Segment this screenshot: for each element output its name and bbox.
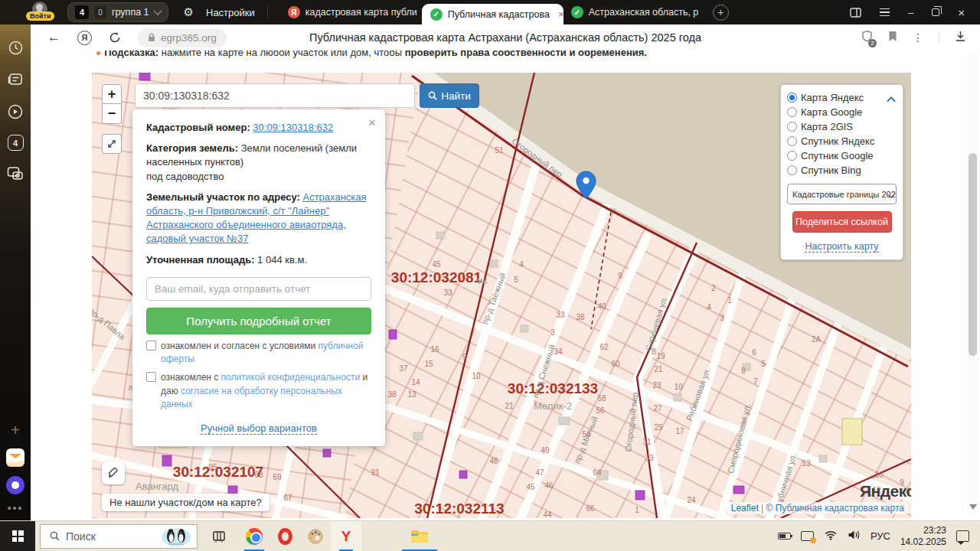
new-tab-button[interactable]: + [713,5,729,21]
cadastral-map[interactable]: 30:12:03208130:12:03213330:12:03210730:1… [92,73,911,518]
restore-icon[interactable] [932,8,939,16]
tab-public-cadastral-map[interactable]: ✓ Публичная кадастрова × [422,4,564,24]
url-host: egrp365.org [161,32,217,44]
get-report-button[interactable]: Получить подробный отчет [146,308,371,334]
collapse-panel-icon[interactable] [887,92,896,106]
privacy-checkbox[interactable] [146,372,156,382]
offer-checkbox[interactable] [146,341,156,350]
layer-option[interactable]: Спутник Яндекс [787,134,897,148]
video-icon[interactable] [6,103,24,121]
radio-icon[interactable] [787,122,797,132]
tab-cadastral-search[interactable]: Я кадастровая карта публи [280,6,422,18]
tab-astrakhan-region[interactable]: ✓ Астраханская область, р [564,6,705,18]
start-button[interactable] [0,521,35,551]
task-view-button[interactable] [204,521,234,551]
notification-center-icon[interactable] [956,530,969,542]
download-icon[interactable] [955,31,966,45]
address-bar: ← Я egrp365.org Публичная кадастровая ка… [31,24,980,51]
layer-options: Карта ЯндексКарта GoogleКарта 2GISСпутни… [787,90,897,178]
layer-option[interactable]: Карта 2GIS [787,119,897,134]
cadastral-number-link[interactable]: 30:09:130318:632 [253,122,333,133]
gear-icon[interactable]: ⚙ [184,5,194,19]
page-scrollbar[interactable] [967,51,978,514]
yandex-browser-icon[interactable]: Y [331,521,361,551]
leaflet-link[interactable]: Leaflet [731,503,759,514]
tab-count-badge: 4 [75,5,89,19]
share-link-button[interactable]: Поделиться ссылкой [792,211,892,233]
opera-icon[interactable] [270,521,300,551]
close-window-icon[interactable]: × [958,6,965,19]
protect-icon[interactable]: 2 [861,30,873,45]
more-icon[interactable]: ⋮ [913,31,923,44]
battery-icon[interactable] [778,533,791,540]
privacy-policy-link[interactable]: политикой конфиденциальности [221,372,360,383]
scrollbar-down-arrow[interactable] [969,504,977,510]
taskbar-search-placeholder: Поиск [66,530,154,543]
taskbar-search[interactable]: Поиск [40,524,198,549]
manual-selection-link[interactable]: Ручной выбор вариантов [201,422,317,435]
borders-select[interactable]: Кадастровые границы 2025 [787,184,897,204]
radio-icon[interactable] [787,107,797,117]
cadastral-search-input[interactable] [135,83,415,108]
copyright-link[interactable]: © Публичная кадастровая карта [766,503,904,514]
side-panel-icon[interactable] [850,7,861,18]
sidebar-more-icon[interactable]: ••• [8,502,24,514]
url-field[interactable]: egrp365.org [138,28,227,47]
find-button[interactable]: Найти [420,83,479,108]
tab-group-selector[interactable]: 4 0 группа 1 [67,2,168,22]
history-icon[interactable] [6,38,24,57]
popup-close-icon[interactable]: × [368,116,376,131]
zoom-in-button[interactable]: + [102,84,122,104]
layer-option[interactable]: Спутник Google [787,148,897,163]
taskbar-clock[interactable]: 23:23 14.02.2025 [900,525,946,548]
divider [939,31,939,44]
cadastral-search-bar: Найти [135,83,479,108]
tab-group-name: группа 1 [112,7,149,18]
scrollbar-thumb[interactable] [969,153,977,356]
fullscreen-button[interactable] [102,134,122,154]
back-icon[interactable]: ← [47,30,60,45]
display-icon[interactable] [801,531,814,541]
measure-tool-button[interactable] [102,461,125,484]
personal-data-link[interactable]: согласие на обработку персональных данны… [161,386,342,409]
not-found-tooltip[interactable]: Не нашли участок/дом на карте? [102,494,270,511]
file-explorer-icon[interactable] [404,521,435,551]
volume-icon[interactable] [848,530,861,543]
yandex-logo: Яндекс [860,482,911,500]
configure-map-link[interactable]: Настроить карту [805,241,878,253]
menu-icon[interactable] [880,8,890,17]
refresh-icon[interactable] [109,31,121,44]
radio-icon[interactable] [787,165,797,175]
layer-option-label: Спутник Яндекс [801,135,874,147]
alice-assistant-icon[interactable] [6,476,24,494]
feed-icon[interactable] [6,70,24,89]
bookmark-icon[interactable] [888,31,897,45]
minimize-icon[interactable]: – [908,7,913,18]
divider [267,6,268,18]
close-tab-icon[interactable]: × [558,8,564,20]
offer-consent-row: ознакомлен и согласен с условиями публич… [146,340,371,367]
group-count-badge: 0 [94,6,106,18]
layer-option[interactable]: Спутник Bing [787,163,897,178]
palette-icon[interactable] [300,521,331,551]
radio-icon[interactable] [787,93,797,103]
sidebar-add-icon[interactable]: + [6,421,24,439]
layer-option[interactable]: Карта Яндекс [787,90,897,105]
radio-icon[interactable] [787,136,797,146]
tabs-counter-icon[interactable]: 4 [8,135,24,151]
wifi-icon[interactable] [824,530,838,543]
zoom-out-button[interactable]: − [102,104,122,124]
layer-option[interactable]: Карта Google [787,105,897,119]
screenshot-icon[interactable] [6,165,24,183]
settings-label[interactable]: Настройки [206,7,255,18]
yandex-mail-icon[interactable] [6,448,24,467]
language-indicator[interactable]: РУС [871,530,890,542]
browser-login-button[interactable]: Войти [26,2,52,23]
tab-title: Публичная кадастрова [448,9,550,20]
radio-icon[interactable] [787,151,797,161]
protect-badge: 2 [868,39,877,47]
email-field[interactable] [146,277,371,301]
check-icon: ✓ [430,8,443,21]
yandex-services-icon[interactable]: Я [77,31,92,45]
chrome-icon[interactable] [239,521,270,551]
